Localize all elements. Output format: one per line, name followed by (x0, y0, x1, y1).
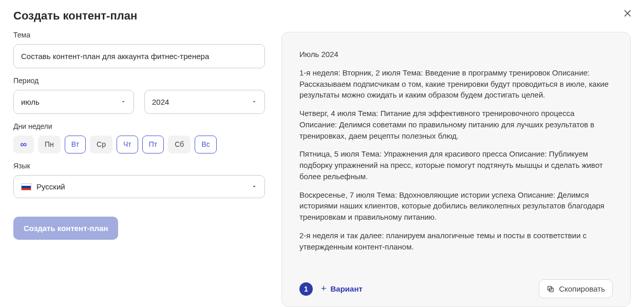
day-chip[interactable]: Пт (142, 136, 164, 154)
day-chip-infinity[interactable]: ∞ (13, 136, 34, 154)
day-chip[interactable]: Чт (117, 136, 138, 154)
year-value: 2024 (152, 98, 169, 106)
days-row: ∞ПнВтСрЧтПтСбВс (13, 136, 265, 154)
chevron-down-icon (120, 98, 126, 106)
day-chip[interactable]: Вт (65, 136, 86, 154)
day-chip[interactable]: Сб (168, 136, 191, 154)
result-paragraph: 1-я неделя: Вторник, 2 июля Тема: Введен… (299, 67, 613, 101)
copy-icon (546, 285, 555, 293)
flag-ru-icon (21, 183, 31, 190)
day-chip[interactable]: Ср (90, 136, 112, 154)
language-label: Язык (13, 162, 265, 170)
period-label: Период (13, 76, 265, 85)
result-paragraph: Четверг, 4 июля Тема: Питание для эффект… (299, 108, 613, 141)
result-paragraph: Воскресенье, 7 июля Тема: Вдохновляющие … (299, 189, 613, 223)
theme-input[interactable] (13, 44, 265, 68)
result-content: Июль 20241-я неделя: Вторник, 2 июля Тем… (299, 49, 613, 271)
result-panel: Июль 20241-я неделя: Вторник, 2 июля Тем… (281, 32, 631, 307)
close-button[interactable] (622, 8, 633, 20)
day-chip[interactable]: Вс (195, 136, 216, 154)
theme-label: Тема (13, 31, 265, 39)
create-button[interactable]: Создать контент-план (13, 217, 118, 240)
chevron-down-icon (251, 182, 257, 191)
close-icon (622, 8, 633, 18)
days-label: Дни недели (13, 122, 265, 130)
result-paragraph: Пятница, 5 июля Тема: Упражнения для кра… (299, 148, 613, 182)
variant-label: Вариант (331, 284, 363, 293)
modal-title: Создать контент-план (13, 9, 265, 23)
variant-badge: 1 (299, 282, 313, 296)
day-chip[interactable]: Пн (38, 136, 61, 154)
plus-icon: + (321, 283, 327, 294)
add-variant-button[interactable]: + Вариант (321, 283, 363, 294)
copy-button[interactable]: Скопировать (539, 279, 613, 298)
result-paragraph: 2-я неделя и так далее: планируем аналог… (299, 230, 613, 253)
month-value: июль (21, 98, 40, 106)
chevron-down-icon (251, 98, 257, 106)
result-heading: Июль 2024 (299, 49, 613, 60)
year-select[interactable]: 2024 (144, 90, 265, 114)
language-select[interactable]: Русский (13, 175, 265, 198)
month-select[interactable]: июль (13, 90, 134, 114)
copy-label: Скопировать (559, 284, 605, 293)
language-value: Русский (36, 182, 65, 191)
form-panel: Создать контент-план Тема Период июль 20… (13, 9, 265, 307)
